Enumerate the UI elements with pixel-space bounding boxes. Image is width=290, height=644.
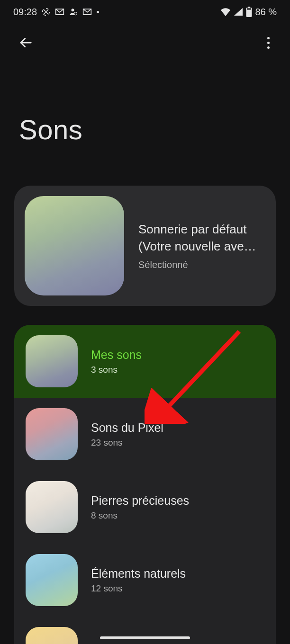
category-title: Sons du Pixel (91, 420, 264, 435)
category-subtitle: 3 sons (91, 365, 264, 375)
category-thumbnail (26, 408, 78, 460)
default-ringtone-card[interactable]: Sonnerie par défaut (Votre nouvelle ave…… (14, 186, 276, 306)
person-pin-icon (69, 8, 78, 16)
status-time: 09:28 (13, 7, 37, 18)
category-subtitle: 12 sons (91, 583, 264, 594)
status-right: 86 % (220, 7, 277, 18)
arrow-left-icon (18, 36, 33, 50)
ringtone-thumbnail (25, 196, 124, 295)
battery-icon (246, 7, 252, 17)
back-button[interactable] (14, 31, 37, 54)
category-title: Éléments naturels (91, 566, 264, 581)
category-title: Mes sons (91, 348, 264, 362)
status-bar: 09:28 86 % (0, 0, 290, 24)
category-my-sounds[interactable]: Mes sons 3 sons (14, 325, 276, 398)
category-subtitle: 8 sons (91, 510, 264, 521)
more-vert-icon (267, 37, 270, 49)
page-title: Sons (0, 62, 290, 186)
gmail-icon (82, 8, 92, 16)
nav-handle[interactable] (100, 636, 190, 639)
category-thumbnail (26, 481, 78, 533)
overflow-dot-icon (97, 11, 99, 13)
category-title: Pierres précieuses (91, 493, 264, 508)
category-thumbnail (26, 627, 78, 644)
category-gemstones[interactable]: Pierres précieuses 8 sons (14, 471, 276, 544)
battery-percentage: 86 % (255, 7, 277, 18)
svg-point-0 (72, 9, 74, 11)
signal-icon (234, 8, 243, 16)
category-subtitle: 23 sons (91, 438, 264, 448)
category-natural-elements[interactable]: Éléments naturels 12 sons (14, 544, 276, 617)
svg-rect-3 (248, 7, 250, 8)
app-bar (0, 24, 290, 62)
sound-categories-list: Mes sons 3 sons Sons du Pixel 23 sons Pi… (14, 325, 276, 644)
wifi-icon (220, 8, 231, 16)
default-ringtone-text: Sonnerie par défaut (Votre nouvelle ave…… (138, 221, 265, 270)
default-ringtone-subtitle: Sélectionné (138, 259, 265, 270)
svg-rect-4 (247, 9, 251, 10)
category-thumbnail (26, 554, 78, 606)
category-material-adventures[interactable]: Aventures Material (14, 617, 276, 644)
gmail-icon (55, 8, 64, 16)
more-button[interactable] (257, 31, 280, 54)
category-thumbnail (26, 335, 78, 387)
pinwheel-icon (42, 8, 50, 16)
status-left: 09:28 (13, 7, 99, 18)
svg-point-1 (74, 12, 77, 15)
category-pixel-sounds[interactable]: Sons du Pixel 23 sons (14, 398, 276, 471)
default-ringtone-title: Sonnerie par défaut (Votre nouvelle ave… (138, 221, 265, 254)
